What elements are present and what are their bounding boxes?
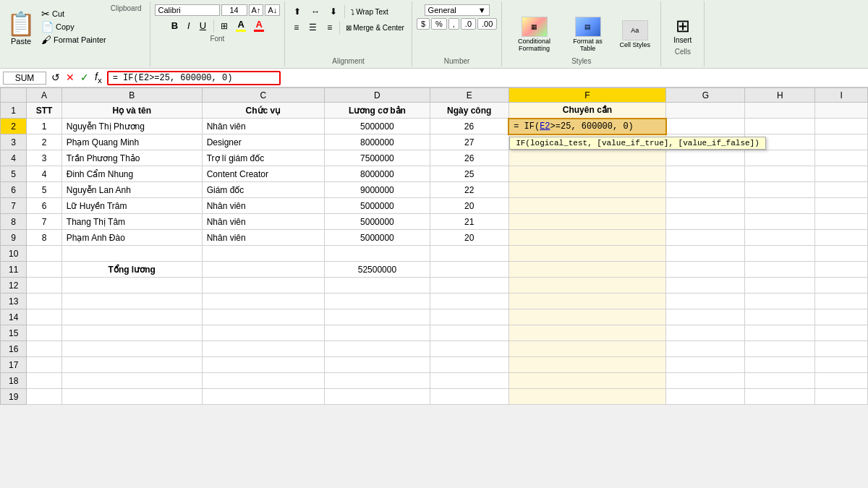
cell[interactable] xyxy=(27,294,61,309)
cell[interactable] xyxy=(430,325,509,341)
cell[interactable] xyxy=(815,309,868,325)
col-header-d[interactable]: D xyxy=(325,88,430,103)
font-color-button[interactable]: A xyxy=(251,18,267,33)
cell[interactable] xyxy=(745,150,815,166)
cell[interactable] xyxy=(202,389,325,405)
cell[interactable] xyxy=(509,389,666,405)
cell[interactable] xyxy=(745,325,815,341)
cell[interactable] xyxy=(509,341,666,357)
row-header-1[interactable]: 1 xyxy=(1,103,27,119)
insert-button[interactable]: ⊞ Insert xyxy=(667,12,698,48)
cell[interactable]: Designer xyxy=(202,134,325,150)
cell[interactable] xyxy=(430,294,509,309)
cell[interactable]: Giám đốc xyxy=(202,182,325,198)
col-header-i[interactable]: I xyxy=(815,88,868,103)
cell[interactable] xyxy=(815,214,868,230)
italic-button[interactable]: I xyxy=(184,19,194,33)
cell[interactable] xyxy=(509,294,666,309)
cell[interactable]: 20 xyxy=(430,198,509,214)
cell[interactable] xyxy=(430,262,509,278)
cell[interactable] xyxy=(815,262,868,278)
col-header-a[interactable]: A xyxy=(27,88,61,103)
row-header-16[interactable]: 16 xyxy=(1,341,27,357)
cell[interactable]: Lương cơ bản xyxy=(325,103,430,119)
cell[interactable]: 2 xyxy=(27,134,61,150)
cell[interactable] xyxy=(27,373,61,389)
cell[interactable] xyxy=(509,198,666,214)
cell[interactable] xyxy=(666,119,745,134)
cell[interactable] xyxy=(202,294,325,309)
row-header-10[interactable]: 10 xyxy=(1,246,27,262)
cell[interactable] xyxy=(815,246,868,262)
cell[interactable]: Nhân viên xyxy=(202,230,325,246)
col-header-h[interactable]: H xyxy=(745,88,815,103)
cell[interactable] xyxy=(509,246,666,262)
cell[interactable] xyxy=(666,341,745,357)
decrease-decimal-button[interactable]: .00 xyxy=(477,18,497,30)
row-header-15[interactable]: 15 xyxy=(1,325,27,341)
cell[interactable] xyxy=(61,294,202,309)
cell[interactable] xyxy=(509,262,666,278)
cell[interactable] xyxy=(202,341,325,357)
cell[interactable] xyxy=(666,278,745,294)
cell-ref-input[interactable] xyxy=(3,72,46,85)
cell[interactable]: 8000000 xyxy=(325,134,430,150)
cell[interactable] xyxy=(815,230,868,246)
col-header-g[interactable]: G xyxy=(666,88,745,103)
cell[interactable] xyxy=(815,389,868,405)
cell[interactable] xyxy=(815,166,868,182)
cell[interactable]: 3 xyxy=(27,150,61,166)
merge-center-button[interactable]: ⊠ Merge & Center xyxy=(343,22,407,33)
row-header-8[interactable]: 8 xyxy=(1,214,27,230)
cell[interactable] xyxy=(325,357,430,373)
cell[interactable] xyxy=(202,357,325,373)
wrap-text-button[interactable]: ⤵ Wrap Text xyxy=(348,7,391,17)
cell[interactable] xyxy=(202,278,325,294)
increase-font-button[interactable]: A↑ xyxy=(249,4,264,16)
cell[interactable] xyxy=(815,103,868,119)
cell[interactable]: 5000000 xyxy=(325,230,430,246)
cell[interactable] xyxy=(815,278,868,294)
cell[interactable] xyxy=(666,103,745,119)
decrease-font-button[interactable]: A↓ xyxy=(265,4,280,16)
cell[interactable]: Nguyễn Lan Anh xyxy=(61,182,202,198)
cell[interactable]: Ngày công xyxy=(430,103,509,119)
row-header-4[interactable]: 4 xyxy=(1,150,27,166)
cell[interactable] xyxy=(745,357,815,373)
cell[interactable] xyxy=(509,182,666,198)
cell[interactable] xyxy=(509,150,666,166)
cell[interactable] xyxy=(815,198,868,214)
cell[interactable]: STT xyxy=(27,103,61,119)
cell[interactable] xyxy=(666,150,745,166)
cell[interactable] xyxy=(202,246,325,262)
row-header-2[interactable]: 2 xyxy=(1,119,27,134)
cell[interactable]: 26 xyxy=(430,119,509,134)
cell[interactable]: Nhân viên xyxy=(202,214,325,230)
cell[interactable]: Nhân viên xyxy=(202,198,325,214)
row-header-12[interactable]: 12 xyxy=(1,278,27,294)
align-center-button[interactable]: ☰ xyxy=(305,20,321,35)
cell[interactable] xyxy=(27,246,61,262)
cell[interactable] xyxy=(325,278,430,294)
cell[interactable]: 5000000 xyxy=(325,119,430,134)
cell[interactable] xyxy=(745,278,815,294)
cell[interactable]: 27 xyxy=(430,134,509,150)
cell[interactable]: 5000000 xyxy=(325,214,430,230)
cell[interactable]: 4 xyxy=(27,166,61,182)
cell[interactable] xyxy=(202,309,325,325)
cell[interactable]: Họ và tên xyxy=(61,103,202,119)
cell[interactable] xyxy=(666,389,745,405)
cell[interactable] xyxy=(666,262,745,278)
format-as-table-button[interactable]: ▤ Format as Table xyxy=(563,14,613,55)
formula-input[interactable]: = IF(E2>=25, 600000, 0) xyxy=(107,71,281,85)
cell[interactable] xyxy=(745,103,815,119)
cell[interactable]: 5000000 xyxy=(325,198,430,214)
bold-button[interactable]: B xyxy=(168,19,182,33)
cell[interactable] xyxy=(745,119,815,134)
cell[interactable] xyxy=(27,357,61,373)
cell[interactable] xyxy=(666,325,745,341)
cell[interactable] xyxy=(430,357,509,373)
cell[interactable] xyxy=(325,373,430,389)
cell[interactable]: Lữ Huyền Trâm xyxy=(61,198,202,214)
cell[interactable] xyxy=(509,214,666,230)
